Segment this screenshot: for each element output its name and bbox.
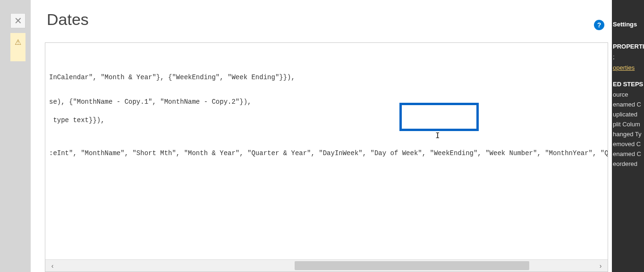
step-item[interactable]: ource [612, 90, 644, 99]
help-icon[interactable]: ? [594, 20, 604, 30]
page-title: Dates [47, 10, 604, 29]
step-item[interactable]: plit Colum [612, 119, 644, 129]
code-line-1: InCalendar", "Month & Year"}, {"WeekEndi… [49, 72, 604, 82]
step-item[interactable]: uplicated [612, 109, 644, 119]
step-item[interactable]: enamed C [612, 99, 644, 109]
step-item[interactable]: enamed C [612, 149, 644, 159]
code-line-4: :eInt", "MonthName", "Short Mth", "Month… [49, 148, 604, 158]
code-content[interactable]: InCalendar", "Month & Year"}, {"WeekEndi… [45, 43, 608, 257]
step-item[interactable]: hanged Ty [612, 129, 644, 139]
properties-link[interactable]: operties [612, 63, 644, 72]
warning-badge: ⚠ [10, 33, 25, 61]
horizontal-scrollbar[interactable]: ‹ › [45, 259, 608, 272]
text-cursor: I [435, 131, 440, 140]
close-icon: ✕ [14, 15, 22, 26]
properties-heading: PROPERTIES [612, 41, 644, 52]
scroll-left-button[interactable]: ‹ [45, 260, 59, 272]
close-button[interactable]: ✕ [10, 13, 25, 28]
left-gutter: ✕ ⚠ [0, 0, 31, 272]
code-line-2: se), {"MonthName - Copy.1", "MonthName -… [49, 97, 604, 107]
settings-heading: Settings [612, 19, 644, 30]
step-item[interactable]: emoved C [612, 139, 644, 149]
scroll-track[interactable] [59, 260, 593, 272]
code-editor[interactable]: InCalendar", "Month & Year"}, {"WeekEndi… [45, 42, 608, 272]
properties-gap: ; [612, 52, 644, 63]
scroll-thumb[interactable] [295, 261, 530, 270]
warning-icon: ⚠ [15, 38, 21, 47]
editor-container: Dates ? InCalendar", "Month & Year"}, {"… [31, 0, 612, 272]
applied-steps-heading: ED STEPS [612, 79, 644, 90]
right-panel: Settings PROPERTIES ; operties ED STEPS … [612, 0, 644, 272]
scroll-right-button[interactable]: › [593, 260, 608, 272]
step-item[interactable]: eordered [612, 159, 644, 169]
code-line-3: type text}}), [49, 115, 604, 125]
